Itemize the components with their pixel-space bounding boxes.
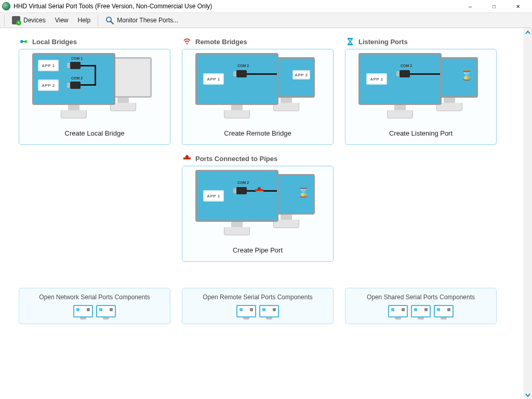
- app-label: APP 2: [292, 70, 310, 79]
- svg-point-5: [187, 43, 188, 45]
- create-remote-bridge-card[interactable]: APP 2 APP 1 COM 2 Crea: [182, 49, 334, 145]
- pipes-header: Ports Connected to Pipes: [183, 154, 334, 163]
- remote-bridges-header: Remote Bridges: [183, 37, 334, 46]
- app-label: APP 1: [38, 60, 59, 71]
- remote-bridges-title: Remote Bridges: [195, 38, 247, 46]
- help-menu[interactable]: Help: [73, 15, 95, 26]
- create-listening-port-label: Create Listening Port: [345, 129, 496, 137]
- section-pipes: Ports Connected to Pipes ⌛ APP 1 COM 2: [182, 154, 334, 262]
- app-label: APP 1: [203, 190, 224, 202]
- shared-components-label: Open Shared Serial Ports Components: [350, 294, 492, 301]
- vertical-scrollbar[interactable]: [523, 28, 532, 399]
- window-title: HHD Virtual Serial Port Tools (Free Vers…: [14, 3, 458, 10]
- devices-label: Devices: [23, 17, 46, 24]
- titlebar: HHD Virtual Serial Port Tools (Free Vers…: [0, 0, 532, 12]
- app-label: APP 1: [203, 73, 224, 85]
- pipe-icon: [183, 154, 191, 163]
- create-pipe-port-card[interactable]: ⌛ APP 1 COM 2: [182, 166, 334, 262]
- creation-grid: Local Bridges APP 1 APP 2 COM 1 COM 2: [0, 28, 532, 262]
- svg-rect-4: [22, 41, 26, 42]
- scroll-down-arrow[interactable]: [523, 390, 532, 399]
- hourglass-graphic: ⌛: [462, 69, 471, 82]
- listening-ports-header: Listening Ports: [346, 37, 497, 46]
- toolbar-separator: [98, 15, 98, 26]
- hourglass-graphic: ⌛: [299, 186, 308, 198]
- open-network-components-card[interactable]: Open Network Serial Ports Components: [19, 288, 170, 324]
- pipe-port-illustration: ⌛ APP 1 COM 2: [182, 166, 333, 246]
- app-label: APP 1: [366, 73, 387, 85]
- local-bridge-illustration: APP 1 APP 2 COM 1 COM 2: [19, 49, 170, 129]
- hourglass-icon: [346, 37, 354, 46]
- network-components-label: Open Network Serial Ports Components: [23, 294, 166, 301]
- window-controls: – □ ✕: [458, 0, 530, 12]
- port-label: COM 2: [237, 64, 249, 68]
- pipes-title: Ports Connected to Pipes: [195, 155, 277, 163]
- empty-cell: [19, 154, 170, 262]
- help-label: Help: [77, 17, 90, 24]
- network-components-thumbs: [23, 305, 166, 317]
- create-local-bridge-card[interactable]: APP 1 APP 2 COM 1 COM 2: [19, 49, 170, 145]
- bridge-icon: [20, 37, 28, 46]
- monitor-ports-button[interactable]: Monitor These Ports...: [101, 14, 182, 26]
- listening-port-illustration: ⌛ APP 1 COM 2: [345, 49, 496, 129]
- local-bridges-header: Local Bridges: [20, 37, 170, 46]
- scroll-up-arrow[interactable]: [523, 28, 532, 37]
- section-local-bridges: Local Bridges APP 1 APP 2 COM 1 COM 2: [19, 37, 170, 145]
- wifi-icon: [183, 37, 191, 46]
- local-bridges-title: Local Bridges: [32, 38, 77, 46]
- monitor-ports-label: Monitor These Ports...: [117, 17, 178, 24]
- remote-components-thumbs: [187, 305, 329, 317]
- app-icon: [2, 2, 10, 10]
- open-shared-components-card[interactable]: Open Shared Serial Ports Components: [345, 288, 497, 324]
- content-area: Local Bridges APP 1 APP 2 COM 1 COM 2: [0, 28, 532, 399]
- section-listening-ports: Listening Ports ⌛ APP 1 COM 2: [345, 37, 497, 145]
- open-remote-components-card[interactable]: Open Remote Serial Ports Components: [182, 288, 334, 324]
- view-menu[interactable]: View: [51, 15, 73, 26]
- empty-cell: [345, 154, 497, 262]
- section-remote-bridges: Remote Bridges APP 2 APP 1 COM 2: [182, 37, 334, 145]
- create-listening-port-card[interactable]: ⌛ APP 1 COM 2 Create L: [345, 49, 497, 145]
- grip-separator: [4, 15, 5, 26]
- shared-components-thumbs: [350, 305, 492, 317]
- svg-point-12: [258, 187, 261, 190]
- maximize-button[interactable]: □: [482, 0, 506, 12]
- devices-menu[interactable]: Devices: [8, 14, 50, 26]
- svg-rect-10: [187, 155, 188, 156]
- svg-line-1: [111, 21, 113, 24]
- create-local-bridge-label: Create Local Bridge: [19, 129, 170, 137]
- app-label: APP 2: [38, 79, 59, 91]
- magnifier-icon: [105, 16, 114, 24]
- port-label: COM 2: [71, 76, 83, 80]
- minimize-button[interactable]: –: [458, 0, 482, 12]
- listening-ports-title: Listening Ports: [358, 38, 408, 46]
- port-label: COM 2: [237, 181, 249, 184]
- components-row: Open Network Serial Ports Components Ope…: [0, 262, 532, 324]
- close-button[interactable]: ✕: [506, 0, 530, 12]
- devices-icon: [12, 16, 20, 24]
- port-label: COM 1: [71, 57, 83, 60]
- port-label: COM 2: [401, 64, 412, 68]
- remote-components-label: Open Remote Serial Ports Components: [187, 294, 329, 301]
- view-label: View: [55, 17, 69, 24]
- menubar: Devices View Help Monitor These Ports...: [0, 12, 532, 28]
- remote-bridge-illustration: APP 2 APP 1 COM 2: [182, 49, 333, 129]
- create-pipe-port-label: Create Pipe Port: [182, 246, 333, 254]
- create-remote-bridge-label: Create Remote Bridge: [182, 129, 333, 137]
